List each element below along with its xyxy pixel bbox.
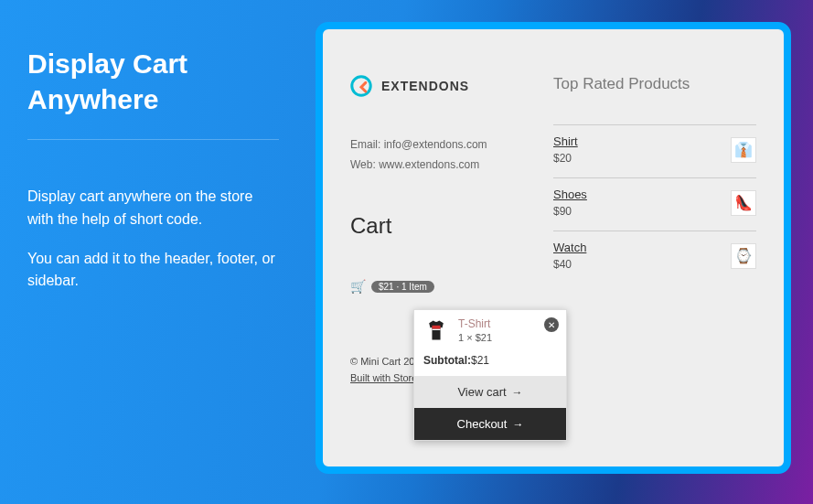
product-row[interactable]: Watch $40 ⌚ [553, 231, 756, 284]
remove-item-icon[interactable]: ✕ [544, 317, 559, 332]
arrow-right-icon: → [512, 418, 523, 431]
product-name: Watch [553, 241, 586, 254]
brand-logo-icon [350, 75, 372, 97]
popover-subtotal: Subtotal:$21 [414, 349, 566, 376]
product-price: $20 [553, 152, 578, 165]
mini-cart-trigger[interactable]: 🛒 $21 · 1 Item [350, 279, 553, 294]
product-price: $90 [553, 205, 587, 218]
cart-icon: 🛒 [350, 279, 366, 294]
product-price: $40 [553, 258, 586, 271]
product-thumb-icon: 👔 [731, 137, 756, 163]
mini-cart-badge: $21 · 1 Item [371, 281, 434, 293]
tshirt-icon [423, 317, 449, 343]
promo-paragraph-2: You can add it to the header, footer, or… [27, 248, 279, 294]
brand-row: EXTENDONS [350, 75, 553, 97]
popover-item-name: T-Shirt [458, 317, 492, 330]
svg-rect-2 [432, 329, 440, 330]
divider [27, 139, 279, 140]
popover-cart-item: T-Shirt 1 × $21 ✕ [414, 310, 566, 349]
contact-info: Email: info@extendons.com Web: www.exten… [350, 135, 553, 175]
top-rated-title: Top Rated Products [553, 75, 756, 93]
promo-title: Display Cart Anywhere [27, 46, 279, 117]
view-cart-button[interactable]: View cart→ [414, 376, 566, 408]
product-name: Shoes [553, 188, 587, 201]
brand-name: EXTENDONS [381, 79, 469, 93]
contact-web: www.extendons.com [379, 158, 479, 171]
product-thumb-icon: ⌚ [731, 243, 756, 269]
product-row[interactable]: Shirt $20 👔 [553, 124, 756, 177]
product-name: Shirt [553, 134, 578, 148]
mini-cart-popover: T-Shirt 1 × $21 ✕ Subtotal:$21 View cart… [413, 309, 567, 441]
arrow-right-icon: → [512, 386, 523, 399]
product-thumb-icon: 👠 [731, 190, 756, 216]
contact-email-label: Email: [350, 138, 384, 151]
checkout-button[interactable]: Checkout→ [414, 408, 566, 440]
contact-web-label: Web: [350, 158, 379, 171]
product-row[interactable]: Shoes $90 👠 [553, 177, 756, 231]
contact-email: info@extendons.com [384, 138, 487, 151]
popover-item-qty-price: 1 × $21 [458, 332, 492, 343]
cart-heading: Cart [350, 213, 553, 239]
promo-paragraph-1: Display cart anywhere on the store with … [27, 186, 279, 231]
svg-rect-1 [432, 326, 440, 329]
